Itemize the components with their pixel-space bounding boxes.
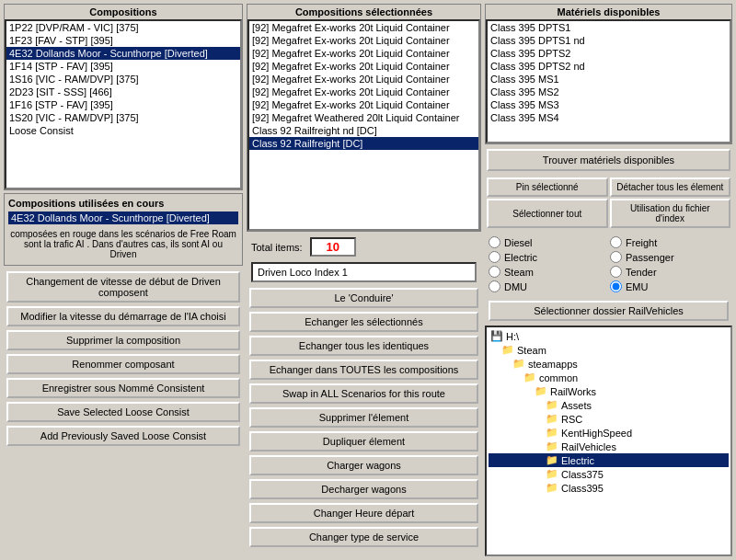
list-item[interactable]: Class 395 MS3 — [488, 98, 730, 111]
save-loose-button[interactable]: Save Selected Loose Consist — [6, 402, 240, 422]
total-label: Total items: — [251, 242, 303, 253]
decharger-button[interactable]: Decharger wagons — [249, 479, 478, 499]
list-item[interactable]: 1S16 [VIC - RAM/DVP] [375] — [6, 73, 240, 86]
folder-item[interactable]: 📁RSC — [489, 412, 729, 426]
dmu-radio[interactable] — [489, 280, 500, 292]
list-item[interactable]: [92] Megafret Ex-works 20t Liquid Contai… — [249, 47, 478, 60]
supprimer-button[interactable]: Supprimer l'élement — [249, 407, 478, 428]
heure-button[interactable]: Changer Heure départ — [249, 503, 478, 523]
tender-radio[interactable] — [610, 266, 622, 278]
list-item[interactable]: [92] Megafret Ex-works 20t Liquid Contai… — [249, 73, 478, 86]
type-button[interactable]: Changer type de service — [249, 527, 478, 547]
detach-button[interactable]: Détacher tous les élement — [610, 177, 731, 197]
echanger-toutes-button[interactable]: Echanger dans TOUTES les compositions — [249, 360, 478, 380]
radio-diesel[interactable]: Diesel — [489, 236, 607, 248]
dupliquer-button[interactable]: Dupliquer élement — [249, 431, 478, 451]
folder-item[interactable]: 📁Assets — [489, 398, 729, 412]
selected-title: Compositions sélectionnées — [247, 5, 480, 19]
folder-item[interactable]: 💾H:\ — [489, 329, 729, 343]
modify-speed-button[interactable]: Modifier la vitesse du démarrage de l'IA… — [6, 306, 240, 326]
radio-electric[interactable]: Electric — [489, 251, 607, 263]
folder-item[interactable]: 📁RailVehicles — [489, 440, 729, 453]
list-item[interactable]: Class 395 MS1 — [488, 73, 730, 86]
list-item[interactable]: Class 92 Railfreight nd [DC] — [249, 124, 478, 137]
folder-tree[interactable]: 💾H:\📁Steam📁steamapps📁common📁RailWorks📁As… — [485, 326, 732, 556]
list-item[interactable]: Class 395 DPTS1 — [488, 21, 730, 34]
radio-tender[interactable]: Tender — [610, 266, 729, 278]
radio-steam[interactable]: Steam — [489, 266, 607, 278]
list-item[interactable]: 1F23 [FAV - STP] [395] — [6, 34, 240, 47]
action-buttons: Changement de vitesse de début de Driven… — [4, 269, 243, 451]
electric-radio[interactable] — [489, 251, 500, 263]
list-item[interactable]: 1F14 [STP - FAV] [395] — [6, 60, 240, 73]
freight-radio[interactable] — [610, 236, 622, 248]
charger-button[interactable]: Charger wagons — [249, 455, 478, 475]
materials-list[interactable]: Class 395 DPTS1Class 395 DPTS1 ndClass 3… — [486, 19, 731, 143]
list-item[interactable]: Loose Consist — [6, 124, 240, 137]
index-button[interactable]: Utilisation du fichier d'index — [610, 199, 731, 228]
list-item[interactable]: 2D23 [SIT - SSS] [466] — [6, 86, 240, 98]
list-item[interactable]: Class 395 DPTS2 nd — [488, 60, 730, 73]
total-value: 10 — [310, 237, 356, 257]
radio-freight[interactable]: Freight — [610, 236, 729, 248]
folder-item[interactable]: 📁Class375 — [489, 467, 729, 481]
emu-label: EMU — [626, 281, 648, 292]
folder-item[interactable]: 📁Steam — [489, 343, 729, 357]
emu-radio[interactable] — [610, 280, 622, 292]
list-item[interactable]: 1P22 [DVP/RAM - VIC] [375] — [6, 21, 240, 34]
folder-item[interactable]: 📁Class395 — [489, 481, 729, 495]
list-item[interactable]: [92] Megafret Weathered 20lt Liquid Cont… — [249, 111, 478, 124]
steam-label: Steam — [504, 267, 534, 278]
list-item[interactable]: Class 395 MS2 — [488, 86, 730, 98]
list-item[interactable]: Class 395 MS4 — [488, 111, 730, 124]
list-item[interactable]: 4E32 Dollands Moor - Scunthorpe [Diverte… — [6, 47, 240, 60]
steam-radio[interactable] — [489, 266, 500, 278]
diesel-label: Diesel — [504, 237, 533, 248]
materials-title: Matériels disponibles — [486, 5, 731, 19]
change-speed-button[interactable]: Changement de vitesse de début de Driven… — [6, 271, 240, 303]
list-item[interactable]: 1S20 [VIC - RAM/DVP] [375] — [6, 111, 240, 124]
echanger-button[interactable]: Echanger les sélectionnés — [249, 312, 478, 332]
list-item[interactable]: Class 395 DPTS2 — [488, 47, 730, 60]
radio-dmu[interactable]: DMU — [489, 280, 607, 292]
compositions-list[interactable]: 1P22 [DVP/RAM - VIC] [375]1F23 [FAV - ST… — [5, 19, 242, 189]
passenger-radio[interactable] — [610, 251, 622, 263]
list-item[interactable]: Class 92 Railfreight [DC] — [249, 137, 478, 150]
diesel-radio[interactable] — [489, 236, 500, 248]
folder-item[interactable]: 📁common — [489, 371, 729, 384]
electric-label: Electric — [504, 252, 537, 263]
save-named-button[interactable]: Enregistrer sous Nommé Consistent — [6, 378, 240, 398]
delete-composition-button[interactable]: Supprimer la composition — [6, 330, 240, 350]
list-item[interactable]: [92] Megafret Ex-works 20t Liquid Contai… — [249, 98, 478, 111]
folder-item[interactable]: 📁steamapps — [489, 357, 729, 371]
used-info: composées en rouge dans les scénarios de… — [8, 227, 238, 261]
add-loose-button[interactable]: Add Previously Saved Loose Consist — [6, 426, 240, 446]
list-item[interactable]: Class 395 DPTS1 nd — [488, 34, 730, 47]
find-button[interactable]: Trouver matériels disponibles — [487, 149, 730, 171]
folder-item[interactable]: 📁KentHighSpeed — [489, 426, 729, 440]
radio-emu[interactable]: EMU — [610, 280, 729, 292]
dmu-label: DMU — [504, 281, 527, 292]
middle-buttons: Le 'Conduire' Echanger les sélectionnés … — [247, 285, 481, 552]
folder-item[interactable]: 📁Electric — [489, 453, 729, 467]
select-all-button[interactable]: Sélectionner tout — [487, 199, 608, 228]
list-item[interactable]: [92] Megafret Ex-works 20t Liquid Contai… — [249, 34, 478, 47]
dossier-button[interactable]: Sélectionner dossier RailVehicles — [489, 301, 729, 321]
folder-item[interactable]: 📁RailWorks — [489, 384, 729, 398]
radio-passenger[interactable]: Passenger — [610, 251, 729, 263]
rename-button[interactable]: Renommer composant — [6, 354, 240, 374]
list-item[interactable]: [92] Megafret Ex-works 20t Liquid Contai… — [249, 60, 478, 73]
swap-all-button[interactable]: Swap in ALL Scenarios for this route — [249, 383, 478, 404]
list-item[interactable]: [92] Megafret Ex-works 20t Liquid Contai… — [249, 86, 478, 98]
list-item[interactable]: 1F16 [STP - FAV] [395] — [6, 98, 240, 111]
compositions-title: Compositions — [5, 5, 242, 19]
selected-list[interactable]: [92] Megafret Ex-works 20t Liquid Contai… — [247, 19, 480, 231]
conduire-button[interactable]: Le 'Conduire' — [249, 288, 478, 308]
list-item[interactable]: [92] Megafret Ex-works 20t Liquid Contai… — [249, 21, 478, 34]
pin-button[interactable]: Pin sélectionné — [487, 177, 608, 197]
selector-detach-group: Pin sélectionné Détacher tous les élemen… — [485, 176, 732, 230]
filter-radio-group: Diesel Freight Electric Passenger Steam … — [485, 233, 732, 296]
driven-loco-field[interactable]: Driven Loco Index 1 — [251, 262, 477, 282]
total-row: Total items: 10 — [247, 234, 481, 259]
echanger-identiques-button[interactable]: Echanger tous les identiques — [249, 336, 478, 356]
